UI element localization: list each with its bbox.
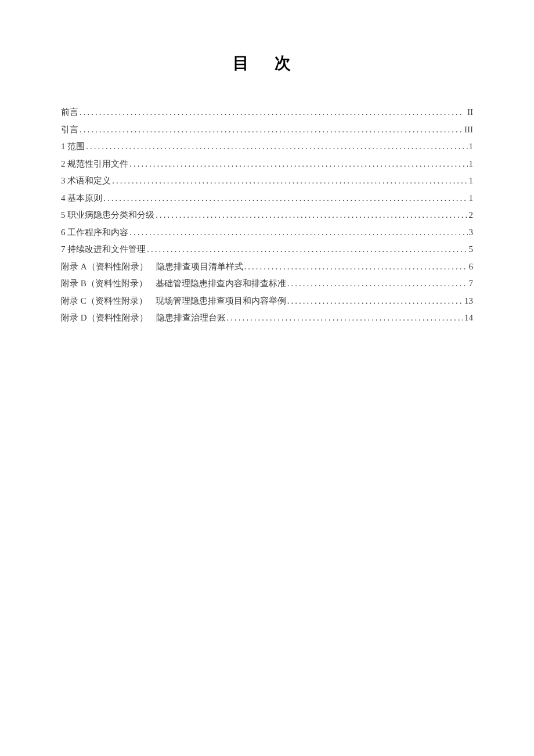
toc-page: II bbox=[467, 108, 473, 117]
toc-page: 1 bbox=[469, 142, 474, 151]
toc-desc: 隐患排查项目清单样式 bbox=[156, 262, 243, 271]
toc-entry: 附录 A（资料性附录） 隐患排查项目清单样式 .................… bbox=[61, 262, 473, 271]
toc-label: 5 职业病隐患分类和分级 bbox=[61, 211, 154, 219]
toc-page: 14 bbox=[464, 314, 473, 322]
toc-entry: 附录 C（资料性附录） 现场管理隐患排查项目和内容举例 ............… bbox=[61, 297, 473, 305]
toc-label: 3 术语和定义 bbox=[61, 177, 111, 185]
toc-label: 前言 bbox=[61, 108, 78, 117]
toc-page: 13 bbox=[464, 297, 473, 305]
toc-page: 1 bbox=[469, 177, 474, 185]
toc-dots: ........................................… bbox=[86, 142, 467, 151]
toc-entry: 4 基本原则 .................................… bbox=[61, 194, 473, 203]
toc-entry: 附录 B（资料性附录） 基础管理隐患排查内容和排查标准 ............… bbox=[61, 279, 473, 288]
toc-page: III bbox=[464, 125, 473, 134]
toc-page: 3 bbox=[469, 228, 474, 237]
toc-dots: ........................................… bbox=[287, 279, 468, 288]
toc-label: 4 基本原则 bbox=[61, 194, 102, 203]
toc-dots: ........................................… bbox=[287, 297, 463, 305]
toc-entry: 附录 D（资料性附录） 隐患排查治理台账 ...................… bbox=[61, 314, 473, 322]
toc-entry: 2 规范性引用文件 ..............................… bbox=[61, 160, 473, 168]
toc-page: 5 bbox=[469, 245, 474, 254]
toc-dots: ........................................… bbox=[227, 314, 463, 322]
toc-page: 2 bbox=[469, 211, 474, 219]
toc-label: 附录 D（资料性附录） bbox=[61, 314, 148, 322]
toc-entry: 引言 .....................................… bbox=[61, 125, 473, 134]
toc-entry: 前言 .....................................… bbox=[61, 108, 473, 117]
toc-desc: 现场管理隐患排查项目和内容举例 bbox=[156, 297, 286, 305]
toc-label: 附录 B（资料性附录） bbox=[61, 279, 147, 288]
table-of-contents: 前言 .....................................… bbox=[61, 108, 473, 322]
toc-page: 6 bbox=[469, 262, 474, 271]
toc-entry: 7 持续改进和文件管理 ............................… bbox=[61, 245, 473, 254]
toc-label: 附录 A（资料性附录） bbox=[61, 262, 148, 271]
toc-dots: ........................................… bbox=[112, 177, 467, 185]
toc-entry: 5 职业病隐患分类和分级 ...........................… bbox=[61, 211, 473, 219]
toc-entry: 1 范围 ...................................… bbox=[61, 142, 473, 151]
toc-desc: 隐患排查治理台账 bbox=[156, 314, 226, 322]
toc-dots: ........................................… bbox=[156, 211, 467, 219]
toc-entry: 3 术语和定义 ................................… bbox=[61, 177, 473, 185]
toc-dots: ........................................… bbox=[129, 160, 467, 168]
toc-page: 1 bbox=[469, 194, 474, 203]
toc-label: 引言 bbox=[61, 125, 78, 134]
toc-label: 7 持续改进和文件管理 bbox=[61, 245, 146, 254]
toc-dots: ........................................… bbox=[147, 245, 467, 254]
toc-dots: ........................................… bbox=[244, 262, 468, 271]
toc-dots: ........................................… bbox=[129, 228, 467, 237]
toc-dots: ........................................… bbox=[80, 108, 466, 117]
toc-dots: ........................................… bbox=[80, 125, 463, 134]
toc-label: 附录 C（资料性附录） bbox=[61, 297, 147, 305]
toc-page: 7 bbox=[469, 279, 474, 288]
toc-label: 6 工作程序和内容 bbox=[61, 228, 128, 237]
page-title: 目 次 bbox=[61, 52, 473, 74]
toc-desc: 基础管理隐患排查内容和排查标准 bbox=[156, 279, 286, 288]
toc-dots: ........................................… bbox=[103, 194, 467, 203]
toc-label: 2 规范性引用文件 bbox=[61, 160, 128, 168]
toc-entry: 6 工作程序和内容 ..............................… bbox=[61, 228, 473, 237]
toc-label: 1 范围 bbox=[61, 142, 85, 151]
toc-page: 1 bbox=[469, 160, 474, 168]
